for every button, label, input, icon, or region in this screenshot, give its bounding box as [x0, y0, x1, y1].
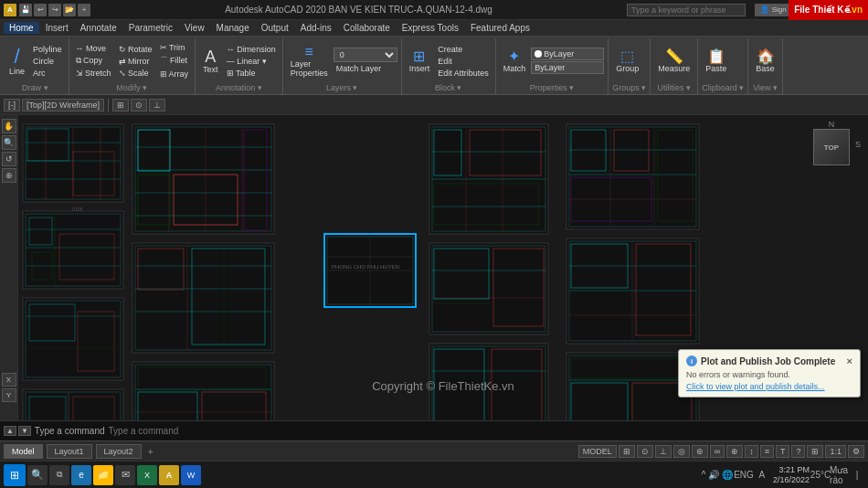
command-input[interactable] [109, 426, 864, 436]
osnap-toggle[interactable]: ⊚ [692, 445, 708, 458]
menu-insert[interactable]: Insert [40, 22, 74, 34]
insert-block-button[interactable]: ⊞ Insert [406, 48, 434, 75]
layout1-tab[interactable]: Layout1 [47, 444, 92, 459]
viewcube-cube[interactable]: TOP [813, 129, 850, 165]
cmd-up-button[interactable]: ▲ [4, 426, 16, 436]
explorer-icon[interactable]: 📁 [93, 465, 113, 485]
clipboard-group-label: Clipboard ▾ [702, 81, 744, 92]
orbit-button[interactable]: ↺ [2, 152, 16, 166]
circle-button[interactable]: Circle [30, 56, 65, 67]
dimension-button[interactable]: ↔ Dimension [224, 44, 279, 55]
match-layer-button[interactable]: Match Layer [333, 63, 397, 74]
model-space-button[interactable]: MODEL [578, 445, 617, 458]
base-button[interactable]: 🏠 Base [752, 48, 778, 75]
menu-parametric[interactable]: Parametric [123, 22, 178, 34]
viewport-label[interactable]: [Top][2D Wireframe] [22, 99, 104, 111]
copy-button[interactable]: ⧉ Copy [73, 55, 114, 67]
match-properties-button[interactable]: ✦ Match [500, 48, 530, 75]
viewport-maximize-button[interactable]: [-] [4, 99, 20, 111]
tray-icons[interactable]: ^ 🔊 🌐 [702, 470, 733, 480]
mirror-button[interactable]: ⇄ Mirror [116, 56, 155, 67]
notification-link[interactable]: Click to view plot and publish details..… [686, 382, 852, 391]
menu-home[interactable]: Home [4, 22, 39, 34]
model-tab[interactable]: Model [4, 444, 43, 459]
menu-output[interactable]: Output [256, 22, 294, 34]
input-icon[interactable]: A [755, 468, 769, 483]
ui-options[interactable]: ⚙ [848, 445, 864, 458]
snap-toggle[interactable]: ⊙ [637, 445, 653, 458]
show-desktop-button[interactable]: | [850, 468, 864, 483]
search-input[interactable] [627, 4, 746, 16]
ducs-toggle[interactable]: ⊕ [726, 445, 743, 458]
layer-select[interactable]: 0 ByLayer [333, 48, 397, 62]
menu-view[interactable]: View [179, 22, 210, 34]
full-nav-button[interactable]: ⊕ [2, 168, 16, 183]
stretch-button[interactable]: ⇲ Stretch [73, 68, 114, 79]
zoom-button[interactable]: 🔍 [2, 135, 16, 150]
move-button[interactable]: ↔ Move [73, 43, 114, 54]
menu-manage[interactable]: Manage [211, 22, 255, 34]
text-button[interactable]: A Text [199, 47, 222, 76]
polar-toggle[interactable]: ◎ [673, 445, 690, 458]
add-layout-button[interactable]: + [145, 446, 156, 457]
dyn-toggle[interactable]: ↕ [745, 445, 758, 458]
otrack-toggle[interactable]: ∞ [710, 445, 725, 458]
search-taskbar-icon[interactable]: 🔍 [27, 465, 48, 485]
taskview-icon[interactable]: ⧉ [49, 465, 69, 485]
viewcube[interactable]: N TOP S [804, 120, 859, 175]
undo-icon[interactable]: ↩ [34, 4, 47, 16]
pan-button[interactable]: ✋ [2, 119, 16, 133]
edit-block-button[interactable]: Edit [435, 56, 492, 67]
redo-icon[interactable]: ↪ [48, 4, 61, 16]
ortho-button[interactable]: ⊥ [149, 99, 165, 111]
cmd-down-button[interactable]: ▼ [18, 426, 31, 436]
create-block-button[interactable]: Create [435, 44, 492, 55]
start-button[interactable]: ⊞ [4, 464, 26, 486]
tpy-toggle[interactable]: T [776, 445, 790, 458]
word-icon[interactable]: W [181, 465, 201, 485]
group-button[interactable]: ⬚ Group [612, 48, 642, 75]
grid-toggle[interactable]: ⊞ [619, 445, 635, 458]
excel-icon[interactable]: X [137, 465, 157, 485]
lang-icon[interactable]: ENG [736, 468, 751, 483]
ortho-toggle[interactable]: ⊥ [655, 445, 672, 458]
arc-button[interactable]: Arc [30, 68, 65, 79]
measure-button[interactable]: 📏 Measure [654, 48, 693, 75]
color-select[interactable]: ByLayer [531, 48, 604, 60]
layout2-tab[interactable]: Layout2 [96, 444, 142, 459]
table-button[interactable]: ⊞ Table [224, 68, 279, 79]
menu-express[interactable]: Express Tools [397, 22, 464, 34]
mail-icon[interactable]: ✉ [115, 465, 135, 485]
rotate-button[interactable]: ↻ Rotate [116, 44, 155, 55]
array-button[interactable]: ⊞ Array [157, 69, 192, 80]
autocad-taskbar-icon[interactable]: A [159, 465, 179, 485]
annotation-scale[interactable]: 1:1 [825, 445, 846, 458]
save-icon[interactable]: 💾 [19, 4, 32, 16]
snap-button[interactable]: ⊙ [131, 99, 147, 111]
trim-button[interactable]: ✂ Trim [157, 42, 192, 53]
system-clock[interactable]: 3:21 PM 2/16/2022 [773, 465, 810, 485]
edit-attributes-button[interactable]: Edit Attributes [435, 68, 492, 79]
qp-toggle[interactable]: ? [791, 445, 805, 458]
notification-close-button[interactable]: × [847, 355, 852, 366]
edge-icon[interactable]: e [71, 465, 91, 485]
polyline-button[interactable]: Polyline [30, 44, 65, 55]
sc-toggle[interactable]: ⊞ [807, 445, 823, 458]
layer-properties-button[interactable]: ≡ LayerProperties [287, 43, 332, 80]
menu-bar: Home Insert Annotate Parametric View Man… [0, 20, 868, 37]
linear-button[interactable]: — Linear ▾ [224, 56, 279, 67]
lwt-toggle[interactable]: ≡ [760, 445, 774, 458]
fillet-button[interactable]: ⌒ Fillet [157, 54, 192, 68]
linetype-select[interactable]: ByLayer [531, 61, 604, 74]
line-button[interactable]: / Line [5, 45, 28, 78]
open-icon[interactable]: 📂 [63, 4, 76, 16]
paste-button[interactable]: 📋 Paste [702, 48, 730, 75]
new-icon[interactable]: + [78, 4, 90, 16]
menu-addins[interactable]: Add-ins [295, 22, 337, 34]
menu-collaborate[interactable]: Collaborate [338, 22, 396, 34]
menu-annotate[interactable]: Annotate [75, 22, 122, 34]
scale-button[interactable]: ⤡ Scale [116, 68, 155, 79]
grid-button[interactable]: ⊞ [112, 99, 129, 111]
cad-canvas[interactable]: 1/100 [18, 115, 868, 420]
menu-featured[interactable]: Featured Apps [465, 22, 535, 34]
